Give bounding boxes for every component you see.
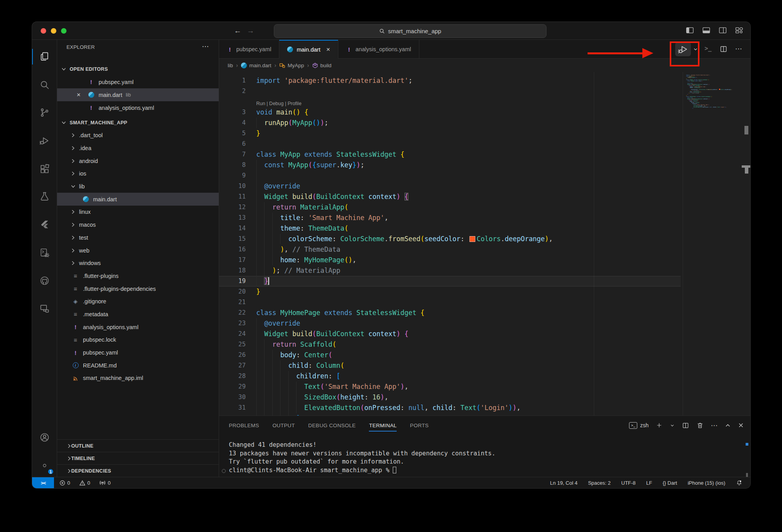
tab-analysis-options-yaml[interactable]: !analysis_options.yaml [338,40,419,59]
breadcrumb-myapp[interactable]: MyApp [279,63,304,68]
notifications-bell-icon[interactable] [736,480,742,486]
code-line-24[interactable]: 24Widget build(BuildContext context) { [219,329,681,339]
breadcrumb-main-dart[interactable]: main.dart [241,63,271,68]
tree-item-pubspec-lock[interactable]: ≡pubspec.lock [57,333,219,346]
code-line-26[interactable]: 26body: Center( [219,350,681,360]
activity-run-and-debug-icon[interactable] [35,131,54,150]
command-center-search[interactable]: smart_machine_app [274,24,547,38]
warning-count[interactable]: 0 [87,480,90,486]
panel-tab-debug-console[interactable]: DEBUG CONSOLE [308,416,356,435]
open-editor-item[interactable]: ×main.dartlib [57,88,219,101]
activity-accounts-icon[interactable] [35,428,54,447]
maximize-window-button[interactable] [61,28,67,34]
breadcrumb-lib[interactable]: lib [228,63,233,68]
tree-item-windows[interactable]: windows [57,257,219,270]
code-line-11[interactable]: 11Widget build(BuildContext context) { [219,192,681,202]
activity-source-control-icon[interactable] [35,103,54,122]
tree-item-linux[interactable]: linux [57,206,219,219]
activity-flutter-icon[interactable] [35,215,54,234]
toggle-panel-icon[interactable] [702,27,710,34]
code-line-21[interactable]: 21 [219,297,681,308]
run-in-terminal-icon[interactable]: >_ [705,45,712,52]
tree-item--idea[interactable]: .idea [57,142,219,155]
tree-item--metadata[interactable]: ≡.metadata [57,308,219,321]
remote-indicator[interactable]: >< [32,477,54,488]
tree-item-web[interactable]: web [57,244,219,257]
status-spaces-[interactable]: Spaces: 2 [588,480,611,486]
kill-terminal-trash-icon[interactable] [696,422,704,429]
code-line-22[interactable]: 22class MyHomePage extends StatelessWidg… [219,308,681,318]
tree-item-smart-machine-app-iml[interactable]: smart_machine_app.iml [57,372,219,385]
breadcrumb-build[interactable]: build [312,63,332,68]
tree-item--flutter-plugins[interactable]: ≡.flutter-plugins [57,270,219,283]
status-iphone[interactable]: iPhone (15) (ios) [688,480,725,486]
open-editor-item[interactable]: !analysis_options.yaml [57,101,219,114]
code-line-18[interactable]: 18); // MaterialApp [219,265,681,276]
activity-remote-explorer-icon[interactable] [35,299,54,318]
activity-settings-icon[interactable]: 1 [35,456,54,475]
close-editor-icon[interactable]: × [77,91,81,99]
activity-extensions-icon[interactable] [35,159,54,178]
maximize-panel-icon[interactable] [725,423,731,428]
code-line-3[interactable]: 3void main() { [219,107,681,118]
code-line-19[interactable]: 19} [219,276,681,287]
tree-item-main-dart[interactable]: main.dart [57,193,219,206]
panel-tab-ports[interactable]: PORTS [410,416,429,435]
toggle-sidebar-icon[interactable] [686,27,694,34]
code-line-4[interactable]: 4runApp(MyApp()); [219,118,681,128]
section-dependencies[interactable]: DEPENDENCIES [57,464,219,477]
tree-item-test[interactable]: test [57,231,219,244]
code-line-9[interactable]: 9 [219,170,681,181]
code-line-10[interactable]: 10@override [219,181,681,192]
split-terminal-icon[interactable] [682,422,689,429]
code-line-1[interactable]: 1import 'package:flutter/material.dart'; [219,75,681,86]
terminal-output[interactable]: Changed 41 dependencies!13 packages have… [229,441,495,475]
code-line-28[interactable]: 28children: [ [219,371,681,382]
code-line-7[interactable]: 7class MyApp extends StatelessWidget { [219,149,681,160]
code-line-12[interactable]: 12return MaterialApp( [219,202,681,213]
panel-tab-problems[interactable]: PROBLEMS [229,416,259,435]
code-line-25[interactable]: 25return Scaffold( [219,339,681,350]
activity-github-icon[interactable] [35,271,54,290]
error-count[interactable]: 0 [67,480,70,486]
activity-explorer-icon[interactable] [35,47,54,66]
terminal-dropdown-chevron-icon[interactable] [670,423,675,428]
code-editor[interactable]: 1import 'package:flutter/material.dart';… [219,72,750,416]
toggle-secondary-sidebar-icon[interactable] [719,27,727,34]
code-line-2[interactable]: 2 [219,86,681,97]
tree-item-android[interactable]: android [57,154,219,167]
code-line-17[interactable]: 17home: MyHomePage(), [219,255,681,265]
code-line-30[interactable]: 30SizedBox(height: 16), [219,392,681,403]
customize-layout-icon[interactable] [735,27,743,34]
new-terminal-icon[interactable] [656,422,663,429]
code-line-16[interactable]: 16), // ThemeData [219,244,681,255]
activity-testing-icon[interactable] [35,187,54,206]
tree-item--dart-tool[interactable]: .dart_tool [57,129,219,142]
forward-arrow-icon[interactable]: → [247,27,254,35]
tree-item--flutter-plugins-dependencies[interactable]: ≡.flutter-plugins-dependencies [57,282,219,295]
code-line-20[interactable]: 20} [219,287,681,297]
split-editor-icon[interactable] [719,45,728,53]
close-panel-icon[interactable] [738,422,744,428]
sidebar-more-actions[interactable]: ⋯ [202,42,209,51]
code-line-6[interactable]: 6 [219,139,681,149]
code-line-14[interactable]: 14theme: ThemeData( [219,223,681,234]
tree-item-lib[interactable]: lib [57,180,219,193]
terminal-prompt-line[interactable]: clint@Clints-MacBook-Air smart_machine_a… [229,466,495,475]
tree-item--gitignore[interactable]: ◈.gitignore [57,295,219,308]
code-line-29[interactable]: 29Text('Smart Machine App'), [219,382,681,392]
code-line-15[interactable]: 15colorScheme: ColorScheme.fromSeed(seed… [219,234,681,244]
activity-search-icon[interactable] [35,75,54,94]
codelens[interactable]: Run | Debug | Profile [219,97,681,107]
panel-more-actions[interactable]: ⋯ [711,421,718,430]
status-utf-8[interactable]: UTF-8 [621,480,636,486]
code-line-23[interactable]: 23@override [219,318,681,329]
open-editors-header[interactable]: OPEN EDITORS [57,63,219,75]
terminal-shell-picker[interactable]: >_ zsh [629,422,649,429]
tab-main-dart[interactable]: main.dart× [279,40,338,59]
overview-ruler[interactable] [743,72,750,416]
code-line-27[interactable]: 27child: Column( [219,360,681,371]
back-arrow-icon[interactable]: ← [234,27,241,35]
status-ln[interactable]: Ln 19, Col 4 [550,480,577,486]
tree-root-header[interactable]: SMART_MACHINE_APP [57,116,219,129]
